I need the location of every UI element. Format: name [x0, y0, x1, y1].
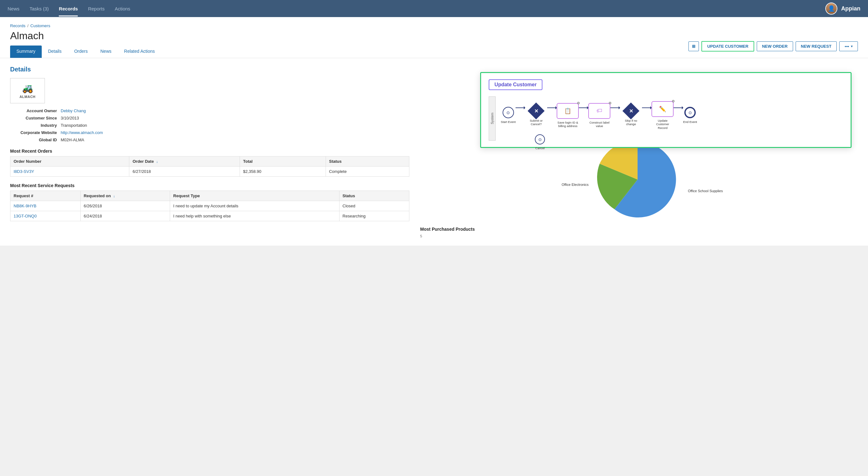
pie-chart-wrapper: Office Electronics Office School Supplie…	[596, 138, 679, 222]
sort-order-date-icon: ↓	[156, 160, 158, 163]
tab-summary[interactable]: Summary	[10, 45, 42, 58]
action-buttons: ⊞ UPDATE CUSTOMER NEW ORDER NEW REQUEST …	[688, 41, 858, 52]
new-order-button[interactable]: NEW ORDER	[757, 41, 793, 51]
detail-row-global-id: Global ID M02H-ALMA	[10, 137, 409, 142]
bpmn-arrow-5	[642, 107, 651, 108]
bpmn-arrow-4	[610, 107, 620, 108]
sr-row-1: NB8K-9HYB 6/26/2018 I need to update my …	[10, 201, 409, 211]
bar-chart-title: Most Purchased Products	[420, 227, 858, 232]
account-owner-link[interactable]: Debby Chang	[61, 108, 86, 113]
orders-table: Order Number Order Date ↓ Total Status I…	[10, 156, 409, 177]
corporate-website-link[interactable]: http://www.almach.com	[61, 130, 103, 135]
task1-label: Save login ID & billing address	[557, 121, 579, 128]
cancel-label: Cancel	[535, 146, 545, 150]
bpmn-node-end: ⊙ End Event	[683, 107, 697, 124]
task2-label: Construct label value	[588, 121, 610, 128]
sr-date-2: 6/24/2018	[80, 211, 170, 221]
process-title: Update Customer	[489, 80, 542, 90]
account-owner-value: Debby Chang	[61, 108, 86, 113]
detail-row-customer-since: Customer Since 3/10/2013	[10, 116, 409, 120]
update-customer-button[interactable]: UPDATE CUSTOMER	[702, 41, 754, 52]
avatar-image: 👤	[826, 3, 837, 14]
nav-tasks[interactable]: Tasks (3)	[30, 1, 49, 17]
details-section-title: Details	[10, 66, 409, 73]
nav-actions[interactable]: Actions	[115, 1, 130, 17]
global-id-value: M02H-ALMA	[61, 137, 84, 142]
order-status-cell: Complete	[326, 166, 409, 177]
customer-since-label: Customer Since	[10, 116, 61, 120]
bpmn-node-task3: ✏️ ⚙ Update Customer Record	[651, 101, 674, 130]
tab-orders[interactable]: Orders	[68, 45, 94, 58]
nav-reports[interactable]: Reports	[88, 1, 105, 17]
bpmn-arrow-2	[547, 107, 557, 108]
bpmn-diagram: System ⊙ Start Event	[489, 96, 843, 141]
bar-chart-y-label: 5	[420, 234, 858, 238]
sort-requested-on-icon: ↓	[113, 194, 115, 198]
col-order-date[interactable]: Order Date ↓	[129, 156, 240, 166]
page-title: Almach	[10, 30, 858, 42]
bpmn-node-gateway2: ✕ Skip if no change	[620, 105, 642, 126]
nav-items: News Tasks (3) Records Reports Actions	[8, 1, 825, 17]
tab-news[interactable]: News	[94, 45, 118, 58]
detail-row-website: Corporate Website http://www.almach.com	[10, 130, 409, 135]
left-column: Details 🚜 ALMACH Account Owner Debby Cha…	[10, 66, 417, 238]
bpmn-node-task1: 📋 ⚙ Save login ID & billing address	[557, 103, 579, 128]
more-icon: •••	[845, 44, 849, 49]
sr-request-link-2[interactable]: 13GT-ONQ0	[13, 214, 37, 218]
new-request-button[interactable]: NEW REQUEST	[796, 41, 837, 51]
top-navigation: News Tasks (3) Records Reports Actions 👤…	[0, 0, 868, 17]
customer-since-value: 3/10/2013	[61, 116, 79, 120]
sr-request-2: 13GT-ONQ0	[10, 211, 81, 221]
end-event-shape: ⊙	[684, 107, 696, 118]
cancel-event-icon: ⊙	[538, 137, 542, 142]
detail-table: Account Owner Debby Chang Customer Since…	[10, 108, 409, 142]
tab-details[interactable]: Details	[42, 45, 68, 58]
gateway2-shape: ✕	[622, 102, 640, 120]
sr-type-1: I need to update my Account details	[170, 201, 340, 211]
start-event-shape: ⊙	[503, 107, 514, 118]
avatar[interactable]: 👤	[825, 3, 837, 14]
task2-shape: 🏷 ⚙	[588, 103, 610, 119]
gateway1-shape: ✕	[528, 102, 545, 120]
pie-label-office-electronics: Office Electronics	[562, 183, 589, 187]
more-button[interactable]: ••• ▾	[839, 41, 858, 51]
main-content: Records / Customers Almach ⊞ UPDATE CUST…	[0, 17, 868, 246]
start-event-icon: ⊙	[506, 110, 510, 115]
order-number-link[interactable]: I8D3-SV3Y	[13, 169, 34, 174]
task1-gear-icon: ⚙	[577, 101, 580, 105]
industry-value: Transportation	[61, 123, 87, 128]
grid-icon-button[interactable]: ⊞	[688, 41, 699, 51]
bpmn-lane-label: System	[489, 96, 496, 141]
sr-request-link-1[interactable]: NB8K-9HYB	[13, 203, 36, 208]
sr-type-2: I need help with something else	[170, 211, 340, 221]
orders-header-row: Order Number Order Date ↓ Total Status	[10, 156, 409, 166]
pie-label-office-school: Office School Supplies	[688, 189, 722, 193]
account-owner-label: Account Owner	[10, 108, 61, 113]
end-event-icon: ⊙	[688, 110, 692, 115]
bpmn-arrow-3	[579, 107, 588, 108]
nav-news[interactable]: News	[8, 1, 20, 17]
col-request-type: Request Type	[170, 191, 340, 201]
sr-row-2: 13GT-ONQ0 6/24/2018 I need help with som…	[10, 211, 409, 221]
col-order-number: Order Number	[10, 156, 129, 166]
gateway1-icon: ✕	[534, 108, 538, 114]
breadcrumb-customers[interactable]: Customers	[30, 23, 50, 28]
task3-icon: ✏️	[659, 105, 666, 113]
page-header: Records / Customers Almach ⊞ UPDATE CUST…	[0, 17, 868, 58]
global-id-label: Global ID	[10, 137, 61, 142]
process-popup: Update Customer System ⊙ Start E	[480, 72, 851, 148]
order-number-cell: I8D3-SV3Y	[10, 166, 129, 177]
task3-gear-icon: ⚙	[672, 99, 675, 103]
sr-header-row: Request # Requested on ↓ Request Type St…	[10, 191, 409, 201]
tab-related-actions[interactable]: Related Actions	[118, 45, 161, 58]
right-column: Update Customer System ⊙ Start E	[417, 66, 858, 238]
pie-chart-container: Office Electronics Office School Supplie…	[417, 138, 858, 222]
industry-label: Industry	[10, 123, 61, 128]
service-requests-subsection-title: Most Recent Service Requests	[10, 183, 409, 188]
col-requested-on[interactable]: Requested on ↓	[80, 191, 170, 201]
nav-records[interactable]: Records	[59, 1, 78, 17]
breadcrumb: Records / Customers	[10, 23, 858, 28]
col-request-num: Request #	[10, 191, 81, 201]
breadcrumb-records[interactable]: Records	[10, 23, 25, 28]
start-event-label: Start Event	[501, 120, 516, 124]
